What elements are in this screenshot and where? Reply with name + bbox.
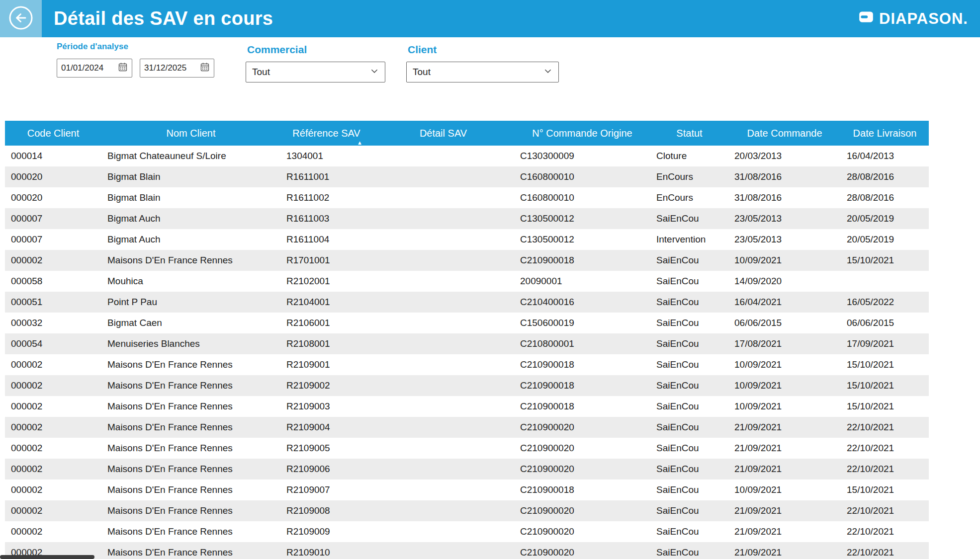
table-cell: 22/10/2021 — [841, 417, 929, 438]
calendar-icon[interactable] — [200, 62, 210, 75]
table-cell — [372, 313, 514, 333]
periode-analyse-label: Période d'analyse — [57, 42, 128, 52]
table-cell: R2109007 — [280, 479, 372, 500]
table-row[interactable]: 000002Maisons D'En France RennesR2109002… — [5, 375, 929, 396]
table-cell: SaiEnCou — [650, 375, 728, 396]
table-cell: SaiEnCou — [650, 521, 728, 542]
table-cell: R1611001 — [280, 166, 372, 187]
table-cell — [372, 208, 514, 229]
table-cell: R2109005 — [280, 438, 372, 459]
column-header-commande-origine[interactable]: N° Commande Origine — [514, 121, 650, 146]
date-end-input[interactable]: 31/12/2025 — [140, 59, 214, 78]
table-cell: C210800001 — [514, 333, 650, 354]
column-header-reference-sav-label: Référence SAV — [292, 128, 360, 139]
table-cell: Maisons D'En France Rennes — [101, 479, 280, 500]
table-cell: C150600019 — [514, 313, 650, 333]
horizontal-scrollbar-thumb[interactable] — [0, 555, 94, 559]
table-row[interactable]: 000002Maisons D'En France RennesR2109006… — [5, 459, 929, 479]
table-cell: 000020 — [5, 166, 101, 187]
table-cell: Maisons D'En France Rennes — [101, 417, 280, 438]
table-cell: R2108001 — [280, 333, 372, 354]
table-cell: R2109010 — [280, 542, 372, 559]
table-cell: SaiEnCou — [650, 313, 728, 333]
table-cell: C130500012 — [514, 229, 650, 250]
table-row[interactable]: 000002Maisons D'En France RennesR2109007… — [5, 479, 929, 500]
table-cell — [372, 521, 514, 542]
table-row[interactable]: 000058MouhicaR210200120090001SaiEnCou14/… — [5, 271, 929, 292]
table-cell — [372, 146, 514, 166]
table-cell — [372, 459, 514, 479]
table-cell: 20090001 — [514, 271, 650, 292]
back-button[interactable] — [0, 0, 42, 37]
table-row[interactable]: 000007Bigmat AuchR1611004C130500012Inter… — [5, 229, 929, 250]
table-cell: SaiEnCou — [650, 459, 728, 479]
table-cell: 16/04/2013 — [841, 146, 929, 166]
table-cell: 10/09/2021 — [728, 479, 841, 500]
table-cell: 15/10/2021 — [841, 250, 929, 271]
table-cell: 000058 — [5, 271, 101, 292]
date-end-value: 31/12/2025 — [144, 63, 186, 73]
table-cell — [372, 250, 514, 271]
table-row[interactable]: 000002Maisons D'En France RennesR2109005… — [5, 438, 929, 459]
table-cell — [372, 438, 514, 459]
date-start-value: 01/01/2024 — [61, 63, 103, 73]
table-cell: 000054 — [5, 333, 101, 354]
table-row[interactable]: 000002Maisons D'En France RennesR2109004… — [5, 417, 929, 438]
table-cell: 22/10/2021 — [841, 438, 929, 459]
table-row[interactable]: 000007Bigmat AuchR1611003C130500012SaiEn… — [5, 208, 929, 229]
table-cell: SaiEnCou — [650, 438, 728, 459]
table-row[interactable]: 000002Maisons D'En France RennesR2109008… — [5, 500, 929, 521]
table-cell: R2109002 — [280, 375, 372, 396]
table-cell: R2109001 — [280, 354, 372, 375]
column-header-date-commande[interactable]: Date Commande — [728, 121, 841, 146]
column-header-reference-sav[interactable]: Référence SAV ▲ — [280, 121, 372, 146]
table-row[interactable]: 000032Bigmat CaenR2106001C150600019SaiEn… — [5, 313, 929, 333]
column-header-statut[interactable]: Statut — [650, 121, 728, 146]
table-row[interactable]: 000002Maisons D'En France RennesR2109003… — [5, 396, 929, 417]
table-cell: 20/03/2013 — [728, 146, 841, 166]
table-cell: Maisons D'En France Rennes — [101, 459, 280, 479]
table-row[interactable]: 000054Menuiseries BlanchesR2108001C21080… — [5, 333, 929, 354]
table-row[interactable]: 000020Bigmat BlainR1611001C160800010EnCo… — [5, 166, 929, 187]
table-row[interactable]: 000014Bigmat Chateauneuf S/Loire1304001C… — [5, 146, 929, 166]
client-dropdown[interactable]: Tout — [406, 62, 559, 82]
table-cell: 21/09/2021 — [728, 500, 841, 521]
table-cell: Maisons D'En France Rennes — [101, 396, 280, 417]
table-row[interactable]: 000002Maisons D'En France RennesR1701001… — [5, 250, 929, 271]
table-cell: 15/10/2021 — [841, 396, 929, 417]
table-cell: 15/10/2021 — [841, 375, 929, 396]
table-cell: R2109004 — [280, 417, 372, 438]
table-cell: EnCours — [650, 166, 728, 187]
commercial-dropdown[interactable]: Tout — [246, 62, 385, 82]
table-row[interactable]: 000002Maisons D'En France RennesR2109009… — [5, 521, 929, 542]
table-cell: C210400016 — [514, 292, 650, 313]
table-cell: 21/09/2021 — [728, 417, 841, 438]
table-cell: 000002 — [5, 375, 101, 396]
table-cell — [372, 500, 514, 521]
table-cell: 06/06/2015 — [728, 313, 841, 333]
table-cell: 22/10/2021 — [841, 500, 929, 521]
date-start-input[interactable]: 01/01/2024 — [57, 59, 132, 78]
table-row[interactable]: 000051Point P PauR2104001C210400016SaiEn… — [5, 292, 929, 313]
column-header-code-client[interactable]: Code Client — [5, 121, 101, 146]
table-cell: 000002 — [5, 479, 101, 500]
column-header-date-livraison[interactable]: Date Livraison — [841, 121, 929, 146]
table-cell: 10/09/2021 — [728, 250, 841, 271]
table-row[interactable]: 000020Bigmat BlainR1611002C160800010EnCo… — [5, 187, 929, 208]
table-cell: C130500012 — [514, 208, 650, 229]
column-header-nom-client[interactable]: Nom Client — [101, 121, 280, 146]
table-cell: C210900018 — [514, 375, 650, 396]
calendar-icon[interactable] — [118, 62, 128, 75]
table-cell: EnCours — [650, 187, 728, 208]
table-cell: 21/09/2021 — [728, 459, 841, 479]
table-row[interactable]: 000002Maisons D'En France RennesR2109010… — [5, 542, 929, 559]
table-cell: SaiEnCou — [650, 500, 728, 521]
client-dropdown-value: Tout — [413, 67, 431, 78]
table-row[interactable]: 000002Maisons D'En France RennesR2109001… — [5, 354, 929, 375]
table-cell — [372, 542, 514, 559]
table-cell: Point P Pau — [101, 292, 280, 313]
column-header-detail-sav[interactable]: Détail SAV — [372, 121, 514, 146]
table-cell: C210900018 — [514, 479, 650, 500]
table-cell: 000002 — [5, 354, 101, 375]
table-cell: SaiEnCou — [650, 479, 728, 500]
